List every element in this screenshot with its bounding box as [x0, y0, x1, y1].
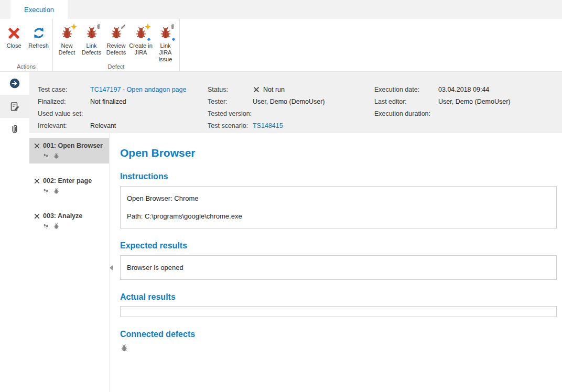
- refresh-icon: [31, 25, 47, 41]
- finalized-value: Not finalized: [90, 98, 126, 105]
- step-label: 002: Enter page: [43, 177, 92, 184]
- connected-defects-heading: Connected defects: [120, 330, 557, 339]
- bug-icon: [53, 223, 60, 230]
- actual-results-input[interactable]: [120, 306, 557, 317]
- ribbon-group-defect: New Defect Link Defects Review Defects C…: [53, 19, 180, 71]
- left-icon-strip: [0, 72, 29, 392]
- edit-icon: [9, 101, 20, 112]
- test-case-label: Test case:: [38, 86, 90, 93]
- sparkle-overlay-icon: [71, 24, 77, 30]
- jira-diamond-icon: [146, 37, 152, 42]
- step-label: 001: Open Browser: [43, 142, 103, 149]
- edit-protocol-button[interactable]: [0, 95, 29, 118]
- refresh-button-label: Refresh: [28, 42, 49, 49]
- irrelevant-value: Relevant: [90, 122, 116, 129]
- pencil-overlay-icon: [120, 24, 126, 30]
- last-editor-label: Last editor:: [374, 98, 438, 105]
- connected-defects-area: [120, 344, 557, 352]
- review-defects-label: Review Defects: [104, 42, 128, 56]
- jira-diamond-icon: [171, 37, 176, 42]
- link-defects-icon: [84, 25, 100, 41]
- test-scenario-label: Test scenario:: [208, 122, 253, 129]
- create-in-jira-icon: [133, 25, 149, 41]
- tester-row: Tester: User, Demo (DemoUser): [208, 95, 325, 107]
- ribbon-group-defect-label: Defect: [53, 63, 179, 70]
- step-label: 003: Analyze: [43, 212, 82, 220]
- finalized-label: Finalized:: [38, 98, 90, 105]
- info-column-3: Execution date: 03.04.2018 09:44 Last ed…: [374, 83, 511, 119]
- ribbon-group-actions-label: Actions: [0, 63, 52, 70]
- test-case-link[interactable]: TC147197 - Open andagon page: [90, 86, 186, 93]
- irrelevant-label: Irrelevant:: [38, 122, 90, 129]
- step-item-003[interactable]: 003: Analyze: [29, 208, 109, 234]
- actual-results-heading: Actual results: [120, 292, 557, 302]
- new-defect-icon: [59, 25, 75, 41]
- not-run-icon: [34, 213, 40, 220]
- instructions-box: Open Browser: Chrome Path: C:\programs\g…: [120, 186, 557, 228]
- footprints-icon: [42, 223, 49, 230]
- tab-execution-label: Execution: [24, 6, 54, 14]
- tab-execution[interactable]: Execution: [10, 0, 68, 19]
- status-row: Status: Not run: [208, 83, 325, 95]
- close-button[interactable]: Close: [2, 23, 26, 49]
- paperclip-overlay-icon: [95, 24, 102, 30]
- link-jira-issue-button[interactable]: Link JIRA issue: [153, 23, 178, 63]
- expected-results-heading: Expected results: [120, 241, 557, 251]
- tested-version-label: Tested version:: [208, 110, 253, 117]
- close-icon: [6, 25, 22, 41]
- info-column-2: Status: Not run Tester: User, Demo (Demo…: [208, 83, 325, 132]
- review-defects-icon: [109, 25, 124, 41]
- ribbon-group-actions: Close Refresh Actions: [0, 19, 53, 71]
- circle-arrow-icon: [9, 78, 20, 89]
- create-in-jira-label: Create in JIRA: [128, 42, 153, 56]
- execution-duration-label: Execution duration:: [374, 110, 438, 117]
- sparkle-overlay-icon: [145, 24, 151, 30]
- link-defects-label: Link Defects: [79, 42, 104, 56]
- expected-results-box: Browser is opened: [120, 255, 557, 280]
- collapse-panel-icon[interactable]: [110, 265, 113, 270]
- execution-info-panel: Test case: TC147197 - Open andagon page …: [29, 72, 562, 133]
- page-title: Open Browser: [120, 147, 557, 159]
- bug-icon: [120, 344, 128, 352]
- close-button-label: Close: [6, 42, 21, 49]
- execution-nav-button[interactable]: [0, 72, 29, 95]
- new-defect-label: New Defect: [55, 42, 79, 56]
- tested-version-row: Tested version:: [208, 107, 325, 119]
- attachments-button[interactable]: [0, 118, 29, 141]
- paperclip-icon: [9, 124, 20, 135]
- used-value-set-label: Used value set:: [38, 110, 90, 117]
- bug-icon: [53, 153, 60, 159]
- link-jira-issue-icon: [158, 25, 174, 41]
- refresh-button[interactable]: Refresh: [26, 23, 51, 49]
- bug-icon: [53, 188, 60, 194]
- status-value: Not run: [263, 86, 285, 93]
- link-jira-issue-label: Link JIRA issue: [153, 42, 178, 63]
- used-value-set-row: Used value set:: [38, 107, 186, 119]
- footprints-icon: [42, 188, 49, 194]
- info-column-1: Test case: TC147197 - Open andagon page …: [38, 83, 186, 132]
- test-scenario-link[interactable]: TS148415: [253, 122, 283, 129]
- paperclip-overlay-icon: [169, 24, 176, 30]
- instructions-heading: Instructions: [120, 172, 557, 181]
- not-run-icon: [34, 178, 40, 184]
- ribbon: Close Refresh Actions New Defect Link De…: [0, 19, 562, 72]
- instructions-line: Open Browser: Chrome: [127, 194, 550, 202]
- footprints-icon: [42, 153, 49, 159]
- execution-date-value: 03.04.2018 09:44: [438, 86, 489, 93]
- execution-date-row: Execution date: 03.04.2018 09:44: [374, 83, 511, 95]
- not-run-icon: [34, 143, 40, 149]
- new-defect-button[interactable]: New Defect: [55, 23, 79, 56]
- expected-results-line: Browser is opened: [127, 264, 550, 271]
- link-defects-button[interactable]: Link Defects: [79, 23, 104, 56]
- step-item-001[interactable]: 001: Open Browser: [29, 138, 109, 164]
- tab-bar: Execution: [0, 0, 562, 19]
- not-run-icon: [253, 86, 260, 93]
- status-label: Status:: [208, 86, 253, 93]
- last-editor-row: Last editor: User, Demo (DemoUser): [374, 95, 511, 107]
- test-case-row: Test case: TC147197 - Open andagon page: [38, 83, 186, 95]
- review-defects-button[interactable]: Review Defects: [104, 23, 128, 56]
- last-editor-value: User, Demo (DemoUser): [438, 98, 511, 105]
- irrelevant-row: Irrelevant: Relevant: [38, 119, 186, 132]
- create-in-jira-button[interactable]: Create in JIRA: [128, 23, 153, 56]
- step-item-002[interactable]: 002: Enter page: [29, 173, 109, 199]
